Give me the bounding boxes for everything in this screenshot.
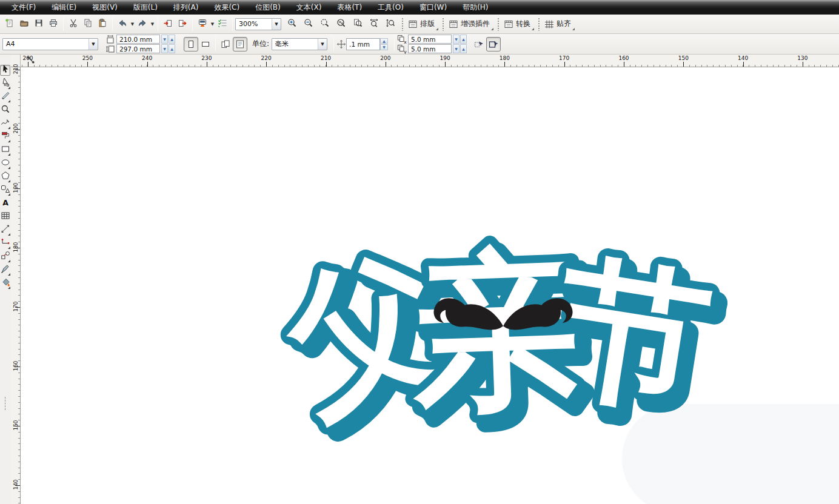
pick-tool-icon xyxy=(1,64,10,76)
chevron-down-icon[interactable]: ▼ xyxy=(89,39,98,50)
current-page-button[interactable] xyxy=(233,37,247,51)
ruler-major-tick xyxy=(504,62,505,67)
paper-width-field[interactable]: 210.0 mm xyxy=(116,35,160,44)
toolbox-eyedropper-tool[interactable] xyxy=(0,265,10,276)
decrement-button[interactable]: ▼ xyxy=(161,35,168,44)
import-button[interactable] xyxy=(161,17,175,31)
application-launcher-button[interactable] xyxy=(195,17,210,31)
ruler-label: 160 xyxy=(618,55,629,61)
paper-preset-combobox[interactable]: A4 ▼ xyxy=(2,38,98,50)
toolbox-ellipse-tool[interactable] xyxy=(0,158,10,169)
svg-text:x: x xyxy=(404,39,407,44)
import-icon xyxy=(163,18,173,30)
menu-item-bitmaps[interactable]: 位图(B) xyxy=(247,1,289,15)
decrement-button[interactable]: ▼ xyxy=(453,44,460,53)
zoom-in-button[interactable] xyxy=(285,17,299,31)
portrait-orientation-button[interactable] xyxy=(184,37,198,51)
menu-item-layout[interactable]: 版面(L) xyxy=(125,1,165,15)
zoom-height-button[interactable] xyxy=(383,17,398,31)
print-button[interactable] xyxy=(46,17,61,31)
zoom-selected-button[interactable] xyxy=(318,17,332,31)
chevron-down-icon[interactable]: ▼ xyxy=(272,19,281,30)
vertical-ruler[interactable]: 210200190180170160150140 xyxy=(11,67,21,504)
menu-item-arrange[interactable]: 排列(A) xyxy=(165,1,207,15)
zoom-level-combobox[interactable]: 300% ▼ xyxy=(235,18,281,30)
toolbar-drag-handle[interactable] xyxy=(442,18,445,31)
increment-button[interactable]: ▲ xyxy=(460,44,467,53)
toolbox-fill-tool[interactable] xyxy=(0,278,10,289)
menu-item-file[interactable]: 文件(F) xyxy=(4,1,44,15)
decrement-button[interactable]: ▼ xyxy=(453,35,460,44)
increment-button[interactable]: ▲ xyxy=(380,38,388,44)
toolbar-drag-handle[interactable] xyxy=(497,18,500,31)
treat-as-filled-button[interactable] xyxy=(472,37,486,51)
options-list-button[interactable] xyxy=(215,17,230,31)
fathers-day-artwork[interactable]: 父 亲 节 父 亲 节 xyxy=(21,67,839,504)
toolbox-crop-tool[interactable] xyxy=(0,91,10,102)
chevron-down-icon[interactable]: ▼ xyxy=(318,39,327,50)
menu-item-tools[interactable]: 工具(O) xyxy=(370,1,412,15)
decrement-button[interactable]: ▼ xyxy=(161,44,168,53)
toolbox-pick-tool[interactable] xyxy=(0,65,10,76)
open-folder-button[interactable] xyxy=(17,17,32,31)
new-document-button[interactable] xyxy=(2,17,17,31)
chevron-down-icon[interactable]: ▼ xyxy=(130,22,135,27)
cut-scissors-button[interactable] xyxy=(66,17,81,31)
toolbox-dimension-tool[interactable] xyxy=(0,225,10,236)
zoom-width-button[interactable] xyxy=(367,17,381,31)
toolbox-shape-tool[interactable] xyxy=(0,78,10,89)
chevron-down-icon[interactable]: ▼ xyxy=(210,22,215,27)
menu-item-window[interactable]: 窗口(W) xyxy=(412,1,455,15)
toolbox-freehand-tool[interactable] xyxy=(0,118,10,129)
toolbar-window-icon xyxy=(449,19,458,29)
treat-all-objects-as-filled-button[interactable] xyxy=(486,37,501,51)
zoom-page-button[interactable] xyxy=(350,17,365,31)
nudge-offset-field[interactable]: .1 mm xyxy=(346,38,380,50)
zoom-out-button[interactable] xyxy=(301,17,316,31)
landscape-orientation-button[interactable] xyxy=(198,37,213,51)
increment-button[interactable]: ▲ xyxy=(169,44,175,53)
duplicate-y-field[interactable]: 5.0 mm xyxy=(408,44,452,53)
horizontal-ruler[interactable]: 2602502402302202102001901801701601501401… xyxy=(21,55,839,67)
menu-item-table[interactable]: 表格(T) xyxy=(329,1,370,15)
increment-button[interactable]: ▲ xyxy=(460,35,467,44)
toolbox-polygon-tool[interactable] xyxy=(0,171,10,182)
plugin-label: 转换 xyxy=(516,19,530,29)
plugin-snap-button[interactable]: 贴齐 xyxy=(543,18,575,30)
toolbar-drag-handle[interactable] xyxy=(401,18,404,31)
duplicate-x-field[interactable]: 5.0 mm xyxy=(408,35,452,44)
plugin-convert-button[interactable]: 转换 xyxy=(503,18,534,30)
menu-item-text[interactable]: 文本(X) xyxy=(289,1,330,15)
copy-button[interactable] xyxy=(81,17,95,31)
menu-item-help[interactable]: 帮助(H) xyxy=(455,1,496,15)
plugin-enhanced-plugins-button[interactable]: 增强插件 xyxy=(447,18,493,30)
toolbox-blend-tool[interactable] xyxy=(0,251,10,262)
toolbox-rectangle-tool[interactable] xyxy=(0,145,10,156)
toolbox-connector-tool[interactable] xyxy=(0,238,10,249)
toolbox-table-tool[interactable] xyxy=(0,211,10,222)
plugin-typesetting-button[interactable]: 排版 xyxy=(407,18,438,30)
increment-button[interactable]: ▲ xyxy=(169,35,175,44)
paper-height-field[interactable]: 297.0 mm xyxy=(116,44,160,53)
chevron-down-icon[interactable]: ▼ xyxy=(150,22,155,27)
export-button[interactable] xyxy=(175,17,190,31)
menu-item-effects[interactable]: 效果(C) xyxy=(206,1,247,15)
save-button[interactable] xyxy=(32,17,46,31)
all-pages-button[interactable] xyxy=(218,37,233,51)
ruler-label: 200 xyxy=(13,121,19,136)
toolbox-smart-fill-tool[interactable] xyxy=(0,131,10,142)
toolbox-basic-shapes-tool[interactable] xyxy=(0,185,10,196)
undo-button[interactable] xyxy=(115,17,130,31)
toolbar-drag-handle[interactable] xyxy=(538,18,541,31)
toolbox-zoom-tool[interactable] xyxy=(0,105,10,116)
units-combobox[interactable]: 毫米 ▼ xyxy=(272,38,327,50)
zoom-all-objects-button[interactable] xyxy=(334,17,349,31)
redo-button[interactable] xyxy=(135,17,150,31)
menu-item-edit[interactable]: 编辑(E) xyxy=(44,1,84,15)
paste-button[interactable] xyxy=(95,17,110,31)
drawing-canvas[interactable]: 父 亲 节 父 亲 节 xyxy=(21,67,839,504)
ruler-label: 210 xyxy=(321,55,331,61)
toolbox-text-tool[interactable]: A xyxy=(0,198,10,209)
menu-item-view[interactable]: 视图(V) xyxy=(84,1,125,15)
decrement-button[interactable]: ▼ xyxy=(380,44,388,50)
